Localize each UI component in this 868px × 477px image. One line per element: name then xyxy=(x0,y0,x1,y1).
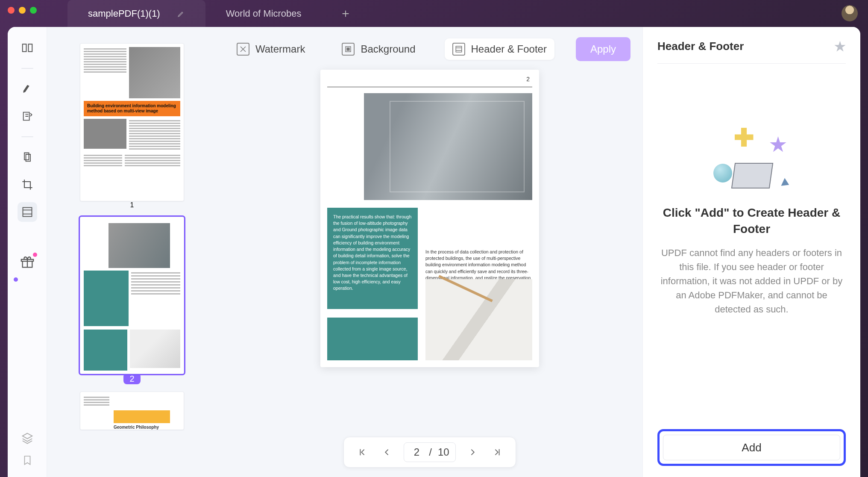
separator xyxy=(21,68,33,69)
active-indicator-icon xyxy=(14,277,18,282)
avatar[interactable] xyxy=(842,5,858,21)
background-icon xyxy=(342,43,355,56)
cube-shape-icon xyxy=(731,163,773,188)
header-footer-label: Header & Footer xyxy=(471,43,547,55)
crop-tool-icon[interactable] xyxy=(18,175,37,194)
watermark-icon xyxy=(237,43,249,56)
first-page-button[interactable] xyxy=(356,446,369,459)
next-page-button[interactable] xyxy=(467,446,480,459)
tab-active[interactable]: samplePDF(1)(1) xyxy=(67,0,205,27)
tab-bar: samplePDF(1)(1) World of Microbes xyxy=(67,0,356,27)
plus-shape-icon xyxy=(735,128,754,147)
add-label: Add xyxy=(742,441,761,454)
thumbnail-panel: Building environment information modelin… xyxy=(47,27,217,477)
pencil-image xyxy=(425,279,532,360)
gift-tool[interactable] xyxy=(20,255,35,270)
tab-title: samplePDF(1)(1) xyxy=(88,8,160,19)
thumbnail-page-3[interactable]: Geometric Philosophy xyxy=(80,392,184,430)
thumbnail-page-1[interactable]: Building environment information modelin… xyxy=(80,43,184,201)
fullscreen-window-icon[interactable] xyxy=(30,7,37,14)
edit-tool-icon[interactable] xyxy=(18,106,37,126)
reader-tool-icon[interactable] xyxy=(18,38,37,58)
prev-page-button[interactable] xyxy=(380,446,393,459)
tool-rail xyxy=(8,27,47,477)
empty-state-body: UPDF cannot find any headers or footers … xyxy=(657,246,846,316)
separator xyxy=(21,136,33,137)
header-footer-icon xyxy=(452,43,465,56)
current-page: 2 xyxy=(410,446,423,458)
star-icon[interactable]: ★ xyxy=(834,39,846,54)
empty-state-heading: Click "Add" to Create Header & Footer xyxy=(657,205,846,237)
background-button[interactable]: Background xyxy=(334,38,423,60)
page-input[interactable]: 2 / 10 xyxy=(404,442,455,462)
star-shape-icon xyxy=(770,136,787,153)
pencil-icon[interactable] xyxy=(177,10,185,18)
layers-icon[interactable] xyxy=(21,432,34,445)
background-label: Background xyxy=(361,43,415,55)
close-window-icon[interactable] xyxy=(8,7,15,14)
panel-title: Header & Footer xyxy=(657,40,744,53)
app-surface: Building environment information modelin… xyxy=(8,27,860,477)
thumb-page-number: 2 xyxy=(123,374,140,384)
watermark-label: Watermark xyxy=(255,43,305,55)
add-button-highlight: Add xyxy=(657,429,846,466)
header-rule xyxy=(327,87,532,87)
organize-tool-icon[interactable] xyxy=(18,147,37,167)
page-tools-toolbar: Watermark Background Header & Footer App… xyxy=(229,27,630,70)
thumb-banner: Building environment information modelin… xyxy=(84,101,180,116)
svg-rect-2 xyxy=(347,47,350,51)
watermark-button[interactable]: Watermark xyxy=(229,38,313,60)
teal-text-block: The practical results show that: through… xyxy=(327,208,418,309)
page-tools-icon[interactable] xyxy=(18,202,37,222)
thumb3-title: Geometric Philosophy xyxy=(114,425,180,430)
hero-image xyxy=(364,93,532,200)
thumb-page-number: 1 xyxy=(130,201,134,209)
tab-title: World of Microbes xyxy=(226,8,302,19)
bookmark-icon[interactable] xyxy=(22,454,33,467)
teal-square xyxy=(327,318,418,360)
tab-inactive[interactable]: World of Microbes xyxy=(205,0,322,27)
add-button[interactable]: Add xyxy=(663,435,840,460)
right-panel: Header & Footer ★ Click "Add" to Create … xyxy=(642,27,860,477)
sphere-shape-icon xyxy=(713,164,732,183)
window-controls xyxy=(8,7,37,14)
last-page-button[interactable] xyxy=(491,446,504,459)
editor-area: Watermark Background Header & Footer App… xyxy=(217,27,642,477)
notification-dot-icon xyxy=(33,253,37,257)
empty-state-illustration xyxy=(713,128,790,192)
thumbnail-page-2[interactable] xyxy=(80,217,184,374)
apply-label: Apply xyxy=(590,43,616,55)
total-pages: 10 xyxy=(438,446,449,458)
header-footer-button[interactable]: Header & Footer xyxy=(445,38,554,60)
new-tab-button[interactable] xyxy=(335,3,356,24)
minimize-window-icon[interactable] xyxy=(19,7,26,14)
page-canvas[interactable]: 2 The practical results show that: throu… xyxy=(320,70,539,367)
apply-button[interactable]: Apply xyxy=(576,37,630,61)
highlighter-tool-icon[interactable] xyxy=(18,79,37,99)
page-number-header: 2 xyxy=(526,76,530,82)
gift-icon xyxy=(20,255,35,270)
cursor-shape-icon xyxy=(781,178,791,189)
page-navigator: 2 / 10 xyxy=(343,437,516,468)
page-separator: / xyxy=(429,446,432,458)
svg-rect-3 xyxy=(456,46,462,52)
svg-rect-0 xyxy=(23,208,32,217)
